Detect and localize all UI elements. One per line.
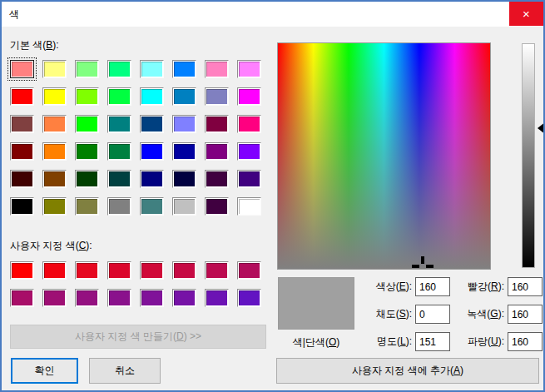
basic-color-17[interactable] xyxy=(42,115,67,133)
basic-color-39[interactable] xyxy=(237,170,261,188)
basic-color-38[interactable] xyxy=(205,170,229,188)
basic-color-fill-8 xyxy=(12,89,32,104)
custom-color-fill-5 xyxy=(174,263,195,278)
basic-color-1[interactable] xyxy=(42,60,67,78)
basic-color-23[interactable] xyxy=(237,115,261,133)
basic-color-fill-33 xyxy=(44,171,65,186)
custom-color-10[interactable] xyxy=(75,289,99,307)
custom-color-5[interactable] xyxy=(172,261,196,280)
basic-color-12[interactable] xyxy=(140,87,164,106)
custom-color-11[interactable] xyxy=(107,289,131,307)
custom-color-6[interactable] xyxy=(205,261,229,280)
cancel-button[interactable]: 취소 xyxy=(89,358,161,384)
basic-color-18[interactable] xyxy=(75,115,99,133)
basic-color-35[interactable] xyxy=(107,170,131,188)
custom-color-13[interactable] xyxy=(172,289,196,307)
basic-color-13[interactable] xyxy=(172,87,196,106)
basic-color-24[interactable] xyxy=(10,142,34,161)
red-input[interactable] xyxy=(508,277,543,296)
basic-color-36[interactable] xyxy=(140,170,164,188)
basic-color-42[interactable] xyxy=(75,197,99,216)
basic-color-fill-15 xyxy=(239,89,260,104)
basic-color-fill-43 xyxy=(109,199,130,214)
basic-color-10[interactable] xyxy=(75,87,99,106)
custom-color-12[interactable] xyxy=(140,289,164,307)
basic-color-22[interactable] xyxy=(205,115,229,133)
basic-color-8[interactable] xyxy=(10,87,34,106)
add-to-custom-colors-button[interactable]: 사용자 지정 색에 추가(A) xyxy=(276,358,539,384)
custom-colors-grid xyxy=(10,261,261,307)
define-custom-colors-button[interactable]: 사용자 지정 색 만들기(D) >> xyxy=(10,325,266,349)
basic-color-33[interactable] xyxy=(42,170,67,188)
basic-color-11[interactable] xyxy=(107,87,131,106)
custom-color-fill-10 xyxy=(77,290,97,305)
basic-color-6[interactable] xyxy=(205,60,229,78)
basic-color-14[interactable] xyxy=(205,87,229,106)
custom-color-8[interactable] xyxy=(10,289,34,307)
basic-color-2[interactable] xyxy=(75,60,99,78)
custom-color-9[interactable] xyxy=(42,289,67,307)
basic-color-15[interactable] xyxy=(237,87,261,106)
basic-color-fill-20 xyxy=(141,117,162,131)
basic-color-fill-29 xyxy=(174,144,195,159)
custom-color-3[interactable] xyxy=(107,261,131,280)
luminance-slider[interactable] xyxy=(522,43,535,268)
basic-color-3[interactable] xyxy=(107,60,131,78)
basic-color-37[interactable] xyxy=(172,170,196,188)
ok-button[interactable]: 확인 xyxy=(11,358,78,384)
basic-color-21[interactable] xyxy=(172,115,196,133)
hue-saturation-field[interactable] xyxy=(277,42,491,270)
define-custom-colors-label: 사용자 지정 색 만들기(D) >> xyxy=(75,330,201,344)
basic-color-29[interactable] xyxy=(172,142,196,161)
color-dialog: 색 × 기본 색(B): 사용자 지정 색(C): 사용자 지정 색 만들기(D… xyxy=(0,0,545,392)
basic-color-5[interactable] xyxy=(172,60,196,78)
custom-color-15[interactable] xyxy=(237,289,261,307)
basic-color-20[interactable] xyxy=(140,115,164,133)
basic-color-41[interactable] xyxy=(42,197,67,216)
basic-color-25[interactable] xyxy=(42,142,67,161)
basic-color-28[interactable] xyxy=(140,142,164,161)
basic-color-40[interactable] xyxy=(10,197,34,216)
basic-color-0[interactable] xyxy=(10,60,34,78)
saturation-input[interactable] xyxy=(415,305,450,324)
custom-color-0[interactable] xyxy=(10,261,34,280)
custom-color-fill-12 xyxy=(141,290,162,305)
custom-color-fill-8 xyxy=(12,290,32,305)
custom-color-14[interactable] xyxy=(205,289,229,307)
hue-input[interactable] xyxy=(415,277,450,296)
basic-color-fill-22 xyxy=(206,117,227,131)
custom-color-4[interactable] xyxy=(140,261,164,280)
luminance-input[interactable] xyxy=(415,332,450,351)
basic-color-45[interactable] xyxy=(172,197,196,216)
basic-color-46[interactable] xyxy=(205,197,229,216)
close-button[interactable]: × xyxy=(509,2,543,26)
basic-color-26[interactable] xyxy=(75,142,99,161)
basic-color-fill-17 xyxy=(44,117,65,131)
basic-color-4[interactable] xyxy=(140,60,164,78)
green-input[interactable] xyxy=(508,305,543,324)
custom-color-2[interactable] xyxy=(75,261,99,280)
luminance-slider-arrow[interactable] xyxy=(538,122,545,134)
basic-color-47[interactable] xyxy=(237,197,261,216)
blue-input[interactable] xyxy=(508,332,543,351)
basic-color-9[interactable] xyxy=(42,87,67,106)
basic-color-43[interactable] xyxy=(107,197,131,216)
basic-color-30[interactable] xyxy=(205,142,229,161)
custom-color-fill-11 xyxy=(109,290,130,305)
custom-color-1[interactable] xyxy=(42,261,67,280)
custom-color-fill-1 xyxy=(44,263,65,278)
basic-color-44[interactable] xyxy=(140,197,164,216)
basic-color-34[interactable] xyxy=(75,170,99,188)
basic-color-16[interactable] xyxy=(10,115,34,133)
color-solid-label: 색|단색(O) xyxy=(278,335,354,350)
basic-color-fill-3 xyxy=(109,62,130,77)
basic-color-32[interactable] xyxy=(10,170,34,188)
basic-color-27[interactable] xyxy=(107,142,131,161)
basic-color-7[interactable] xyxy=(237,60,261,78)
custom-color-fill-2 xyxy=(77,263,97,278)
custom-color-7[interactable] xyxy=(237,261,261,280)
basic-color-31[interactable] xyxy=(237,142,261,161)
add-to-custom-colors-label: 사용자 지정 색에 추가(A) xyxy=(352,364,463,378)
basic-color-19[interactable] xyxy=(107,115,131,133)
basic-color-fill-28 xyxy=(141,144,162,159)
